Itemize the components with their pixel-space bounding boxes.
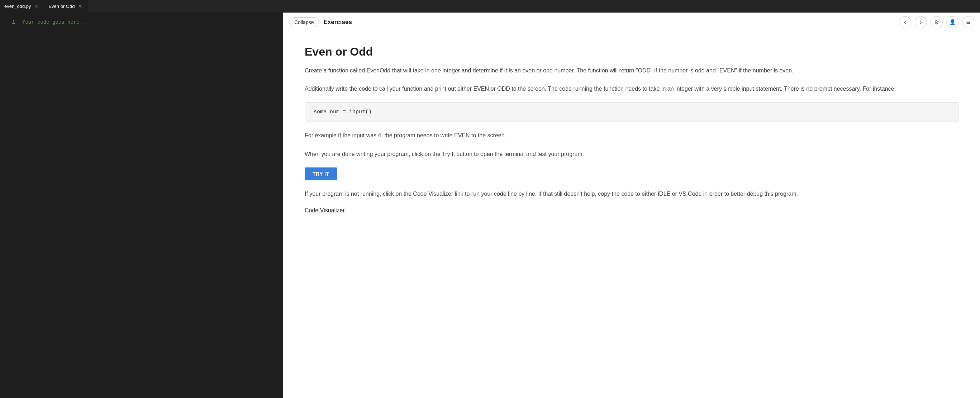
exercise-tab-close[interactable]: ✕ (78, 3, 83, 9)
exercises-label: Exercises (323, 19, 352, 26)
editor-panel: 1 Your code goes here... (0, 13, 283, 398)
nav-prev-button[interactable]: ‹ (899, 16, 911, 28)
nav-next-button[interactable]: › (915, 16, 927, 28)
code-editor[interactable]: Your code goes here... (18, 13, 283, 398)
exercise-paragraph-3: For example if the input was 4, the prog… (305, 131, 958, 140)
tab-bar: even_odd.py ✕ Even or Odd ✕ (0, 0, 980, 13)
editor-content: 1 Your code goes here... (0, 13, 283, 398)
code-example-text: some_num = input() (313, 109, 372, 115)
list-button[interactable]: ≡ (962, 16, 974, 28)
list-icon: ≡ (966, 19, 970, 26)
try-it-button[interactable]: TRY IT (305, 167, 337, 180)
line-numbers: 1 (0, 13, 18, 398)
code-example-block: some_num = input() (305, 102, 958, 122)
exercise-paragraph-1: Create a function called EvenOdd that wi… (305, 65, 958, 75)
editor-tab-close[interactable]: ✕ (34, 3, 40, 9)
settings-button[interactable]: ⚙ (931, 16, 943, 28)
instruction-body: Even or Odd Create a function called Eve… (283, 32, 980, 398)
exercise-paragraph-5: If your program is not running, click on… (305, 189, 958, 199)
instruction-header: Collapse Exercises ‹ › ⚙ 👤 ≡ (283, 13, 980, 32)
editor-tab[interactable]: even_odd.py ✕ (0, 0, 44, 12)
exercise-paragraph-4: When you are done writing your program, … (305, 149, 958, 159)
user-icon: 👤 (949, 19, 956, 25)
line-number-1: 1 (3, 18, 15, 26)
header-left: Collapse Exercises (289, 17, 352, 27)
user-button[interactable]: 👤 (946, 16, 958, 28)
code-visualizer-link[interactable]: Code Visualizer (305, 207, 345, 213)
exercise-paragraph-2: Additionally write the code to call your… (305, 84, 958, 94)
exercise-title: Even or Odd (305, 45, 958, 59)
nav-prev-icon: ‹ (904, 19, 906, 25)
instruction-panel: Collapse Exercises ‹ › ⚙ 👤 ≡ (283, 13, 980, 398)
nav-next-icon: › (920, 19, 921, 25)
collapse-button[interactable]: Collapse (289, 17, 319, 27)
exercise-tab[interactable]: Even or Odd ✕ (44, 0, 88, 12)
exercise-tab-label: Even or Odd (48, 3, 75, 9)
main-container: 1 Your code goes here... Collapse Exerci… (0, 13, 980, 398)
editor-tab-label: even_odd.py (4, 3, 31, 9)
header-right: ‹ › ⚙ 👤 ≡ (899, 16, 974, 28)
code-placeholder: Your code goes here... (22, 19, 89, 25)
settings-icon: ⚙ (934, 19, 939, 26)
